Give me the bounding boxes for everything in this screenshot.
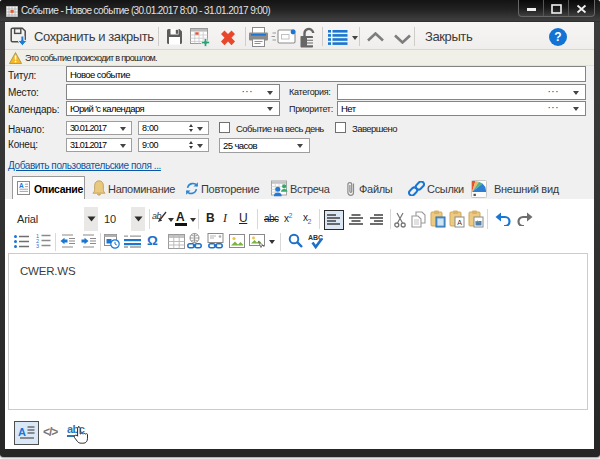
svg-text:?: ? xyxy=(554,30,561,44)
svg-text:3: 3 xyxy=(36,243,39,248)
svg-text:A: A xyxy=(18,426,26,438)
svg-text:A: A xyxy=(457,219,462,226)
svg-text:A: A xyxy=(19,182,24,189)
